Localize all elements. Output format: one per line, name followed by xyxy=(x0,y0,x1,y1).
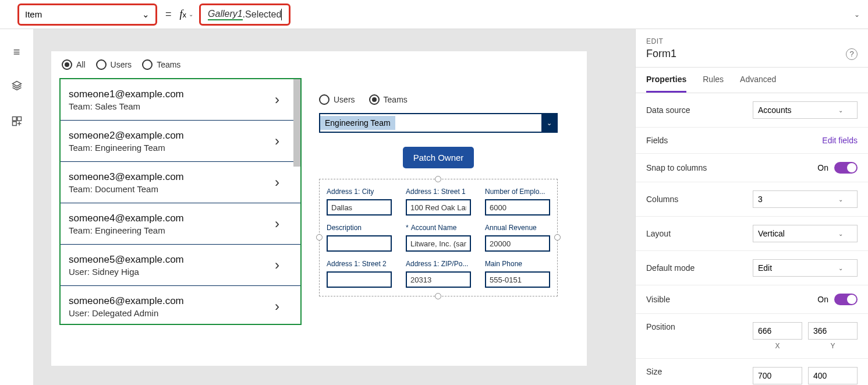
field-label: Address 1: ZIP/Po... xyxy=(406,260,471,268)
size-height-input[interactable] xyxy=(808,367,858,384)
field-description[interactable] xyxy=(327,235,392,252)
formula-input[interactable]: Gallery1.Selected xyxy=(199,3,290,26)
chevron-right-icon[interactable]: › xyxy=(275,174,292,190)
datasource-select[interactable]: Accounts⌄ xyxy=(753,101,858,119)
position-y-input[interactable] xyxy=(808,322,858,340)
resize-handle-top[interactable] xyxy=(435,176,441,182)
resize-handle-bottom[interactable] xyxy=(435,293,441,299)
svg-marker-0 xyxy=(12,82,21,86)
tab-rules[interactable]: Rules xyxy=(703,68,724,93)
edit-fields-link[interactable]: Edit fields xyxy=(822,136,858,145)
visible-toggle[interactable] xyxy=(834,294,858,305)
field-label: Main Phone xyxy=(485,260,550,268)
resize-handle-left[interactable] xyxy=(316,234,323,241)
chevron-down-icon: ⌄ xyxy=(541,114,557,132)
prop-label-columns: Columns xyxy=(646,195,678,204)
prop-label-fields: Fields xyxy=(646,136,668,145)
gallery-item[interactable]: someone5@example.comUser: Sidney Higa› xyxy=(61,245,300,286)
property-selector[interactable]: Item ⌄ xyxy=(17,3,157,26)
layers-icon[interactable] xyxy=(11,80,23,94)
panel-tabs: Properties Rules Advanced xyxy=(636,68,868,93)
chevron-right-icon[interactable]: › xyxy=(275,257,292,273)
gallery-item-subtitle: Team: Sales Team xyxy=(69,101,184,111)
prop-label-layout: Layout xyxy=(646,229,671,238)
help-icon[interactable]: ? xyxy=(846,48,858,60)
tab-advanced[interactable]: Advanced xyxy=(740,68,776,93)
gallery-item[interactable]: someone4@example.comTeam: Engineering Te… xyxy=(61,203,300,245)
properties-panel: EDIT Form1 ? Properties Rules Advanced D… xyxy=(635,29,868,385)
gallery-item-subtitle: Team: Engineering Team xyxy=(69,225,184,235)
prop-label-snap: Snap to columns xyxy=(646,163,707,172)
left-rail: ≡ xyxy=(0,29,34,385)
formula-rest: .Selected xyxy=(243,9,282,20)
radio-users[interactable]: Users xyxy=(96,59,132,70)
svg-rect-1 xyxy=(12,117,16,121)
gallery-item-subtitle: Team: Document Team xyxy=(69,184,184,194)
chevron-down-icon: ⌄ xyxy=(838,265,843,271)
gallery-item-email: someone2@example.com xyxy=(69,130,184,142)
field-account-name[interactable] xyxy=(406,235,471,252)
selected-control-name: Form1 xyxy=(646,48,676,60)
equals-sign: = xyxy=(165,8,172,20)
patch-owner-button[interactable]: Patch Owner xyxy=(403,147,474,168)
left-radio-group: All Users Teams xyxy=(59,59,302,70)
size-width-input[interactable] xyxy=(753,367,802,384)
gallery-item-subtitle: User: Delegated Admin xyxy=(69,308,184,318)
chevron-down-icon: ⌄ xyxy=(838,107,843,114)
chevron-right-icon[interactable]: › xyxy=(275,298,292,315)
team-combobox[interactable]: Engineering Team ⌄ xyxy=(319,113,558,133)
gallery-scrollbar[interactable] xyxy=(293,79,300,167)
field-label: Account Name xyxy=(406,224,471,232)
gallery-item-email: someone4@example.com xyxy=(69,213,184,224)
field-phone[interactable] xyxy=(485,271,550,288)
radio-all[interactable]: All xyxy=(62,59,86,70)
snap-toggle[interactable] xyxy=(834,162,858,174)
fx-chevron-icon[interactable]: ⌄ xyxy=(189,11,193,17)
field-zip[interactable] xyxy=(406,271,471,288)
field-city[interactable] xyxy=(327,199,392,216)
canvas-area[interactable]: All Users Teams someone1@example.comTeam… xyxy=(34,29,635,385)
form-control[interactable]: Address 1: City Address 1: Street 1 Numb… xyxy=(319,179,558,296)
field-street1[interactable] xyxy=(406,199,471,216)
position-x-input[interactable] xyxy=(753,322,802,340)
gallery-item[interactable]: someone3@example.comTeam: Document Team› xyxy=(61,162,300,203)
right-radio-group: Users Teams xyxy=(319,94,558,105)
right-radio-users[interactable]: Users xyxy=(319,94,355,105)
field-revenue[interactable] xyxy=(485,235,550,252)
field-employees[interactable] xyxy=(485,199,550,216)
gallery-item[interactable]: someone6@example.comUser: Delegated Admi… xyxy=(61,286,300,325)
formula-bar-area: Item ⌄ = fx ⌄ Gallery1.Selected ⌄ xyxy=(0,0,868,29)
formula-expand-chevron[interactable]: ⌄ xyxy=(854,10,860,19)
field-label: Address 1: Street 2 xyxy=(327,260,392,268)
chevron-right-icon[interactable]: › xyxy=(275,91,292,108)
radio-teams[interactable]: Teams xyxy=(142,59,180,70)
prop-label-position: Position xyxy=(646,322,675,331)
chevron-right-icon[interactable]: › xyxy=(275,216,292,232)
gallery[interactable]: someone1@example.comTeam: Sales Team›som… xyxy=(59,78,302,325)
panel-mode-label: EDIT xyxy=(646,37,858,45)
formula-ref: Gallery1 xyxy=(208,9,243,20)
chevron-right-icon[interactable]: › xyxy=(275,133,292,149)
fx-icon[interactable]: fx xyxy=(180,8,187,20)
hamburger-icon[interactable]: ≡ xyxy=(13,45,20,59)
resize-handle-right[interactable] xyxy=(554,234,561,241)
field-label: Address 1: City xyxy=(327,188,392,196)
prop-label-size: Size xyxy=(646,367,662,376)
columns-select[interactable]: 3⌄ xyxy=(753,190,858,208)
components-icon[interactable] xyxy=(11,115,23,130)
right-radio-teams[interactable]: Teams xyxy=(369,94,408,105)
field-label: Address 1: Street 1 xyxy=(406,188,471,196)
property-selector-value: Item xyxy=(25,9,42,19)
tab-properties[interactable]: Properties xyxy=(646,68,686,93)
gallery-item[interactable]: someone1@example.comTeam: Sales Team› xyxy=(61,79,300,121)
toggle-state: On xyxy=(817,295,828,304)
chevron-down-icon: ⌄ xyxy=(838,231,843,237)
defaultmode-select[interactable]: Edit⌄ xyxy=(753,259,858,277)
gallery-item-email: someone1@example.com xyxy=(69,89,184,100)
toggle-state: On xyxy=(817,163,828,172)
gallery-item[interactable]: someone2@example.comTeam: Engineering Te… xyxy=(61,121,300,162)
gallery-item-email: someone6@example.com xyxy=(69,295,184,307)
layout-select[interactable]: Vertical⌄ xyxy=(753,225,858,242)
field-street2[interactable] xyxy=(327,271,392,288)
chevron-down-icon: ⌄ xyxy=(838,196,843,203)
